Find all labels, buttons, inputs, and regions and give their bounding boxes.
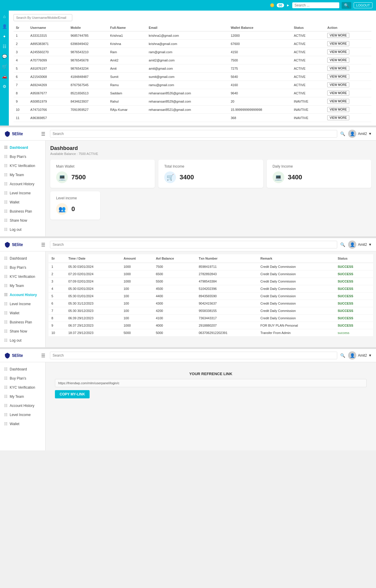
- sidebar-item-share-now[interactable]: ☷ Share Now: [0, 327, 45, 336]
- view-more-button[interactable]: VIEW MORE: [327, 82, 349, 87]
- sidebar-item-wallet[interactable]: ☷ Wallet: [0, 198, 45, 207]
- view-more-button[interactable]: VIEW MORE: [327, 66, 349, 71]
- admin-search-button[interactable]: 🔍: [342, 2, 351, 9]
- view-more-button[interactable]: VIEW MORE: [327, 41, 349, 46]
- sidebar-item-account-history[interactable]: ☷ Account History: [0, 179, 45, 188]
- ah-col-txn: Txn Number: [196, 254, 257, 263]
- sidebar-item-label: Business Plan: [10, 209, 32, 213]
- sidebar-item-my-team[interactable]: ☷ My Team: [0, 281, 45, 290]
- sidebar-item-kyc-verification[interactable]: ☷ KYC Verification: [0, 272, 45, 281]
- admin-main: Sr Username Mobile Full-Name Email Walle…: [9, 11, 376, 126]
- admin-table-search-row: [14, 14, 371, 21]
- logo-text-3: 5Elite: [12, 353, 23, 358]
- chat-icon[interactable]: 💬: [1, 53, 8, 60]
- ah-table-row: 6 05:30 31/12/2023 100 4300 9042415637 C…: [48, 300, 373, 307]
- sidebar-icon: ☷: [4, 182, 8, 186]
- sidebar-item-level-income[interactable]: ☷ Level Income: [0, 188, 45, 198]
- sidebar-item-buy-plan-s[interactable]: ☷ Buy Plan's: [0, 152, 45, 161]
- cart-icon[interactable]: 🛒: [1, 63, 8, 70]
- sidebar-item-level-income[interactable]: ☷ Level Income: [0, 299, 45, 308]
- view-more-button[interactable]: VIEW MORE: [327, 107, 349, 112]
- table-row: 8 A95067677 8521656513 Saddam rehanansar…: [14, 89, 371, 97]
- view-more-button[interactable]: VIEW MORE: [327, 74, 349, 79]
- cell-username: A96369857: [28, 114, 68, 122]
- sidebar-icon: ☷: [4, 209, 8, 213]
- sidebar-item-dashboard[interactable]: ☷ Dashboard: [0, 365, 45, 374]
- sidebar-item-my-team[interactable]: ☷ My Team: [0, 392, 45, 401]
- hamburger-button-2[interactable]: ☰: [39, 241, 47, 248]
- ah-cell-remark: Credit Daily Commission: [258, 315, 335, 322]
- sidebar-item-account-history[interactable]: ☷ Account History: [0, 401, 45, 410]
- settings-icon[interactable]: ⚙: [1, 83, 8, 90]
- hamburger-button-3[interactable]: ☰: [39, 352, 47, 359]
- hamburger-button-1[interactable]: ☰: [39, 131, 47, 137]
- nav-user-1[interactable]: 👤 Amit2 ▼: [348, 130, 372, 138]
- sidebar-icon: ☷: [4, 283, 8, 288]
- cell-email: ram@gmail.com: [146, 48, 228, 56]
- sidebar-item-log-out[interactable]: ☷ Log out: [0, 225, 45, 234]
- cell-wallet: 4150: [228, 48, 291, 56]
- sidebar-item-my-team[interactable]: ☷ My Team: [0, 170, 45, 179]
- cell-fullname: Saddam: [108, 89, 146, 97]
- nav-search-input-3[interactable]: [50, 352, 337, 359]
- sidebar-item-level-income[interactable]: ☷ Level Income: [0, 410, 45, 419]
- view-more-button[interactable]: VIEW MORE: [327, 49, 349, 54]
- sidebar-item-label: My Team: [10, 284, 24, 288]
- table-row: 11 A96369857 368 INAVTIVE VIEW MORE: [14, 114, 371, 122]
- nav-user-3[interactable]: 👤 Amit2 ▼: [348, 351, 372, 360]
- person-icon[interactable]: 👤: [1, 23, 8, 30]
- nav-search-input-2[interactable]: [50, 241, 337, 248]
- star-icon[interactable]: ✦: [1, 33, 7, 40]
- view-more-button[interactable]: VIEW MORE: [327, 33, 349, 38]
- ah-col-sr: Sr: [48, 254, 65, 263]
- grid-icon[interactable]: ☷: [1, 43, 8, 50]
- ah-cell-sr: 8: [48, 315, 65, 322]
- view-more-button[interactable]: VIEW MORE: [327, 99, 349, 104]
- cart-income-icon: 🛒: [167, 174, 174, 181]
- ah-cell-txn: 8943565590: [196, 293, 257, 300]
- sidebar-item-wallet[interactable]: ☷ Wallet: [0, 419, 45, 428]
- nav-user-2[interactable]: 👤 Amit2 ▼: [348, 240, 372, 249]
- sidebar-item-account-history[interactable]: ☷ Account History: [0, 290, 45, 299]
- sidebar-item-business-plan[interactable]: ☷ Business Plan: [0, 318, 45, 327]
- ah-table-row: 4 05:30 02/01/2024 100 4500 5104202396 C…: [48, 285, 373, 293]
- ah-cell-remark: FOR BUY PLAN-Personal: [258, 322, 335, 329]
- app-navbar-2: 5Elite ☰ 🔍 👤 Amit2 ▼: [0, 238, 376, 251]
- sidebar-item-wallet[interactable]: ☷ Wallet: [0, 308, 45, 318]
- ah-table-row: 10 18:37 29/12/2023 5000 5000 0637062912…: [48, 329, 373, 337]
- sidebar-item-kyc-verification[interactable]: ☷ KYC Verification: [0, 161, 45, 170]
- car-icon[interactable]: 🚗: [1, 73, 8, 80]
- copy-link-button[interactable]: COPY MY-LINK: [55, 390, 90, 398]
- user-app-1: 5Elite ☰ 🔍 👤 Amit2 ▼ ☷ Dashboard ☷ Buy P…: [0, 127, 376, 236]
- admin-search-input[interactable]: [292, 2, 339, 8]
- ah-cell-remark: Credit Daily Commission: [258, 285, 335, 293]
- table-header-row: Sr Username Mobile Full-Name Email Walle…: [14, 24, 371, 31]
- user-name-label-3: Amit2: [358, 353, 367, 358]
- app-layout-1: ☷ Dashboard ☷ Buy Plan's ☷ KYC Verificat…: [0, 141, 376, 236]
- view-more-button[interactable]: VIEW MORE: [327, 58, 349, 63]
- col-mobile: Mobile: [68, 24, 108, 31]
- nav-search-input-1[interactable]: [50, 130, 337, 138]
- sidebar-item-share-now[interactable]: ☷ Share Now: [0, 216, 45, 225]
- ah-cell-time: 05:30 01/01/2024: [65, 293, 120, 300]
- ah-cell-sr: 2: [48, 270, 65, 278]
- sidebar-icon: ☷: [4, 265, 8, 270]
- view-more-button[interactable]: VIEW MORE: [327, 91, 349, 96]
- admin-left-sidebar: ⌂ 👤 ✦ ☷ 💬 🛒 🚗 ⚙: [0, 11, 9, 126]
- main-wallet-card: Main Wallet 💻 7500: [50, 160, 155, 188]
- sidebar-item-kyc-verification[interactable]: ☷ KYC Verification: [0, 383, 45, 392]
- sidebar-icon: ☷: [4, 145, 8, 150]
- sidebar-item-business-plan[interactable]: ☷ Business Plan: [0, 207, 45, 216]
- ah-cell-avlbal: 6500: [153, 270, 196, 278]
- sidebar-item-log-out[interactable]: ☷ Log out: [0, 336, 45, 345]
- sidebar-item-buy-plan-s[interactable]: ☷ Buy Plan's: [0, 263, 45, 272]
- view-more-button[interactable]: VIEW MORE: [327, 115, 349, 120]
- cell-fullname: [108, 114, 146, 122]
- sidebar-item-dashboard[interactable]: ☷ Dashboard: [0, 143, 45, 152]
- admin-table-search-input[interactable]: [14, 14, 72, 21]
- sidebar-item-dashboard[interactable]: ☷ Dashboard: [0, 254, 45, 263]
- ah-cell-txn: 9558338155: [196, 307, 257, 315]
- home-icon[interactable]: ⌂: [2, 13, 7, 20]
- sidebar-item-buy-plan-s[interactable]: ☷ Buy Plan's: [0, 374, 45, 383]
- admin-logout-button[interactable]: LOGOUT: [354, 2, 372, 8]
